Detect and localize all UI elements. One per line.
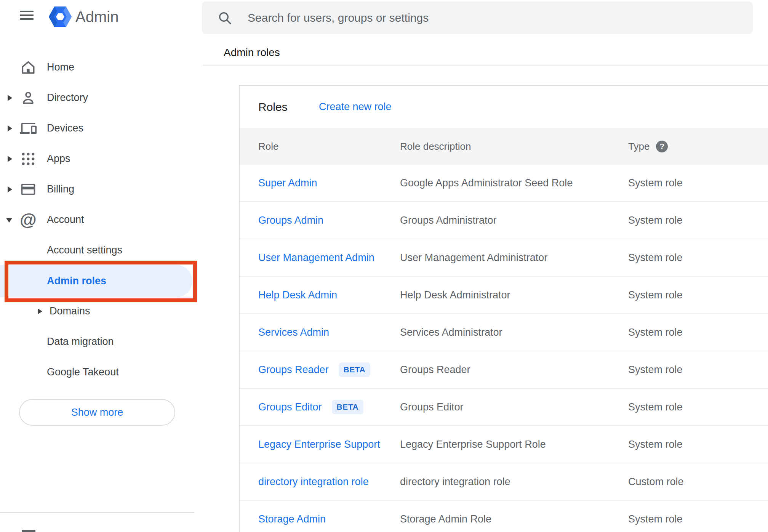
admin-logo-icon (49, 6, 72, 28)
app-title: Admin (75, 6, 118, 27)
sidebar-item-directory[interactable]: Directory (0, 83, 194, 113)
show-more-button[interactable]: Show more (19, 399, 175, 426)
role-description: Groups Reader (400, 364, 628, 376)
role-type: System role (628, 289, 768, 301)
table-row: Storage AdminStorage Admin RoleSystem ro… (240, 501, 768, 532)
at-sign-icon: @ (20, 212, 37, 228)
role-link[interactable]: Super Admin (258, 177, 317, 189)
sidebar-item-devices[interactable]: Devices (0, 113, 194, 144)
sidebar-item-label: Account (47, 214, 84, 226)
role-link[interactable]: directory integration role (258, 476, 369, 488)
devices-icon (20, 120, 37, 137)
sidebar-item-label: Domains (50, 305, 90, 317)
role-link[interactable]: Groups Editor (258, 401, 322, 413)
role-description: Groups Administrator (400, 215, 628, 226)
role-type: System role (628, 401, 768, 413)
sidebar-item-account-settings[interactable]: Account settings (0, 235, 194, 266)
table-row: User Management AdminUser Management Adm… (240, 239, 768, 277)
role-type: System role (628, 439, 768, 450)
role-type: System role (628, 327, 768, 338)
role-link[interactable]: Legacy Enterprise Support (258, 439, 380, 450)
sidebar-item-google-takeout[interactable]: Google Takeout (0, 357, 194, 388)
table-row: Groups EditorBETAGroups EditorSystem rol… (240, 389, 768, 426)
table-row: directory integration roledirectory inte… (240, 463, 768, 501)
table-row: Services AdminServices AdministratorSyst… (240, 314, 768, 351)
chevron-right-icon[interactable] (8, 95, 12, 101)
home-icon (20, 59, 37, 76)
table-row: Groups AdminGroups AdministratorSystem r… (240, 202, 768, 239)
breadcrumb: Admin roles (224, 46, 280, 59)
chevron-down-icon[interactable] (6, 218, 12, 223)
role-type: System role (628, 177, 768, 189)
sidebar-item-label: Apps (47, 153, 70, 165)
table-row: Help Desk AdminHelp Desk AdministratorSy… (240, 277, 768, 314)
beta-badge: BETA (332, 400, 364, 414)
sidebar-item-label: Billing (47, 183, 74, 195)
role-description: User Management Administrator (400, 252, 628, 264)
chevron-right-icon[interactable] (8, 125, 12, 131)
person-icon (20, 90, 37, 106)
role-type: System role (628, 513, 768, 525)
sidebar-item-label: Home (47, 61, 74, 73)
beta-badge: BETA (339, 362, 371, 377)
role-description: Groups Editor (400, 401, 628, 413)
role-description: directory integration role (400, 476, 628, 488)
roles-card: Roles Create new role Role Role descript… (239, 85, 768, 532)
sidebar-item-apps[interactable]: Apps (0, 144, 194, 174)
table-body: Super AdminGoogle Apps Administrator See… (240, 165, 768, 532)
sidebar-item-label: Account settings (47, 244, 122, 256)
help-icon[interactable]: ? (656, 141, 668, 152)
sidebar-item-home[interactable]: Home (0, 52, 194, 83)
role-type: System role (628, 252, 768, 264)
search-bar[interactable] (202, 2, 753, 34)
menu-icon[interactable] (20, 10, 34, 22)
table-row: Groups ReaderBETAGroups ReaderSystem rol… (240, 351, 768, 389)
role-type: Custom role (628, 476, 768, 488)
search-input[interactable] (247, 11, 753, 25)
sidebar-item-label: Devices (47, 122, 83, 134)
role-link[interactable]: User Management Admin (258, 252, 374, 264)
table-header: Role Role description Type ? (240, 128, 768, 165)
role-description: Google Apps Administrator Seed Role (400, 177, 628, 189)
role-link[interactable]: Storage Admin (258, 513, 326, 525)
credit-card-icon (20, 181, 37, 198)
role-type: System role (628, 215, 768, 226)
sidebar-item-label: Directory (47, 92, 88, 104)
chevron-right-icon[interactable] (8, 156, 12, 162)
sidebar-item-label: Data migration (47, 336, 114, 348)
chevron-right-icon[interactable] (38, 309, 42, 314)
sidebar-item-label: Google Takeout (47, 366, 119, 378)
chevron-right-icon[interactable] (8, 186, 12, 192)
page-title: Roles (258, 101, 288, 114)
role-link[interactable]: Groups Admin (258, 215, 323, 226)
table-row: Legacy Enterprise SupportLegacy Enterpri… (240, 426, 768, 463)
role-description: Storage Admin Role (400, 513, 628, 525)
header-divider (203, 66, 768, 66)
sidebar-item-data-migration[interactable]: Data migration (0, 327, 194, 357)
role-description: Help Desk Administrator (400, 289, 628, 301)
column-header-type: Type ? (628, 141, 768, 152)
role-description: Services Administrator (400, 327, 628, 338)
role-link[interactable]: Help Desk Admin (258, 289, 337, 301)
role-link[interactable]: Services Admin (258, 327, 329, 338)
sidebar-item-label: Admin roles (47, 275, 106, 287)
search-icon (217, 10, 232, 26)
sidebar-item-billing[interactable]: Billing (0, 174, 194, 205)
column-header-role: Role (258, 141, 400, 152)
create-new-role-link[interactable]: Create new role (319, 101, 392, 113)
role-link[interactable]: Groups Reader (258, 364, 329, 376)
sidebar-item-admin-roles[interactable]: Admin roles (0, 265, 192, 297)
sidebar-divider (0, 512, 194, 513)
partial-bottom-icon (22, 530, 35, 532)
role-type: System role (628, 364, 768, 376)
sidebar-item-account[interactable]: @ Account (0, 205, 194, 235)
sidebar-item-domains[interactable]: Domains (0, 296, 194, 327)
role-description: Legacy Enterprise Support Role (400, 439, 628, 450)
table-row: Super AdminGoogle Apps Administrator See… (240, 165, 768, 202)
column-header-role-description: Role description (400, 141, 628, 152)
apps-grid-icon (20, 151, 37, 167)
